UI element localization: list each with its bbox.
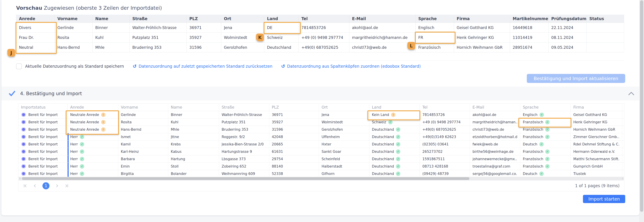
confirm-cell-sprache[interactable]: Deutsch✓ — [520, 170, 570, 178]
confirm-cell-firma[interactable]: Hermann Oderwald e.V. — [570, 148, 622, 155]
confirm-cell-ort[interactable]: Gifhorn — [319, 170, 369, 178]
confirm-cell-firma[interactable]: Zimmer Gierschner Gmb… — [570, 133, 622, 141]
confirm-cell-land[interactable]: Deutschland✓ — [369, 148, 420, 155]
confirm-cell-strasse[interactable]: Weihmannring 609 — [219, 170, 269, 178]
confirm-cell-name[interactable]: Mhle — [168, 126, 219, 133]
confirm-cell-strasse[interactable]: Lbsgasse 373 — [219, 155, 269, 163]
confirm-cell-tel[interactable]: 265273702 — [420, 148, 470, 155]
confirm-cell-anrede[interactable]: Neutrale Anredei — [68, 111, 118, 118]
confirm-cell-firma[interactable]: Gumprich GmbH — [570, 163, 622, 170]
confirm-col-header-land[interactable]: Land — [369, 104, 420, 111]
confirm-cell-anrede[interactable]: Herr✓ — [68, 155, 118, 163]
confirm-cell-strasse[interactable]: Bruderring 353 — [219, 126, 269, 133]
confirm-cell-vorname[interactable]: Birgitta — [118, 170, 168, 178]
confirm-cell-anrede[interactable]: Herr✓ — [68, 170, 118, 178]
confirm-cell-importstatus[interactable]: Bereit für Import — [18, 163, 68, 170]
confirm-cell-sprache[interactable]: Englisch✓ — [520, 111, 570, 118]
confirm-cell-name[interactable]: Jttne — [168, 133, 219, 141]
confirm-cell-name[interactable]: Hartung — [168, 155, 219, 163]
confirm-cell-firma[interactable]: Matthi Scheuermann Stift… — [570, 155, 622, 163]
confirm-cell-vorname[interactable]: Hans-Bernd — [118, 126, 168, 133]
confirm-cell-ort[interactable]: Hxter — [319, 141, 369, 148]
confirm-cell-tel[interactable]: 7814853726 — [420, 111, 470, 118]
confirm-cell-anrede[interactable]: Neutrale Anredei — [68, 126, 118, 133]
confirm-col-header-plz[interactable]: PLZ — [269, 104, 319, 111]
save-mapping-checkbox[interactable] — [16, 63, 22, 69]
start-import-button[interactable]: Import starten — [583, 195, 625, 203]
confirm-cell-email[interactable]: fwiek@web.de — [470, 141, 520, 148]
confirm-cell-land[interactable]: Deutschland✓ — [369, 170, 420, 178]
scroll-right-arrow-icon[interactable]: › — [622, 177, 623, 180]
confirm-cell-name[interactable]: Binner — [168, 111, 219, 118]
confirm-col-header-name[interactable]: Name — [168, 104, 219, 111]
confirm-cell-plz[interactable]: 29754 — [269, 155, 319, 163]
confirm-cell-email[interactable]: etzoldthorben@hotmail.de — [470, 133, 520, 141]
confirm-col-header-vorname[interactable]: Vorname — [118, 104, 168, 111]
confirm-cell-strasse[interactable]: Hartungstrasse 9 — [219, 148, 269, 155]
confirm-cell-email[interactable]: akohl@aol.de — [470, 111, 520, 118]
confirm-cell-vorname[interactable]: Barbara — [118, 155, 168, 163]
confirm-cell-ort[interactable]: Wolmirstedt — [319, 118, 369, 126]
confirm-cell-vorname[interactable]: Rosita — [118, 118, 168, 126]
confirm-cell-firma[interactable]: Hornich Weihmann GbR — [570, 126, 622, 133]
scroll-left-arrow-icon[interactable]: ‹ — [19, 177, 21, 180]
confirm-cell-email[interactable]: johannewernecke@gmx.… — [470, 155, 520, 163]
confirm-cell-name[interactable]: Krebs — [168, 141, 219, 148]
confirm-cell-tel[interactable]: +49(0)3149 62623 — [420, 133, 470, 141]
confirm-cell-importstatus[interactable]: Bereit für Import — [18, 155, 68, 163]
confirm-cell-importstatus[interactable]: Bereit für Import — [18, 118, 68, 126]
confirm-cell-land[interactable]: Deutschland✓ — [369, 141, 420, 148]
update-confirmation-button[interactable]: Bestätigung und Import aktualisieren — [527, 74, 625, 83]
confirm-cell-vorname[interactable]: Karl-Heinz — [118, 148, 168, 155]
confirm-cell-ort[interactable]: Uffenheim — [319, 133, 369, 141]
horizontal-scrollbar[interactable]: ‹ › — [18, 177, 624, 181]
confirm-cell-vorname[interactable]: Emin — [118, 163, 168, 170]
confirm-cell-email[interactable]: birthe56@weinhage.de — [470, 148, 520, 155]
confirm-cell-firma[interactable]: Geisel Gotthard KG — [570, 111, 622, 118]
confirm-cell-plz[interactable]: 42048 — [269, 133, 319, 141]
confirm-col-header-ort[interactable]: Ort — [319, 104, 369, 111]
confirm-cell-sprache[interactable]: Deutsch✓ — [520, 141, 570, 148]
confirm-col-header-email[interactable]: E-Mail — [470, 104, 520, 111]
confirm-cell-plz[interactable]: 61631 — [269, 148, 319, 155]
confirm-cell-ort[interactable]: Scheinfeld — [319, 155, 369, 163]
confirm-col-header-anrede[interactable]: Anrede — [68, 104, 118, 111]
confirm-cell-ort[interactable]: Jena — [319, 111, 369, 118]
confirm-col-header-importstatus[interactable]: Importstatus — [18, 104, 68, 111]
confirm-col-header-strasse[interactable]: Straße — [219, 104, 269, 111]
confirm-cell-name[interactable]: Kabus — [168, 148, 219, 155]
confirm-cell-strasse[interactable]: Walter-Fröhlich-Strasse — [219, 111, 269, 118]
map-from-headers-link[interactable]: ↺ Datenzuordnung aus Spaltenköpfen zuord… — [281, 64, 420, 69]
confirm-cell-importstatus[interactable]: Bereit für Import — [18, 141, 68, 148]
previous-page-button[interactable] — [33, 184, 37, 188]
confirm-cell-tel[interactable]: +49 (0) 9498 297774 — [420, 118, 470, 126]
confirm-cell-firma[interactable]: Tlustek — [570, 170, 622, 178]
confirm-cell-importstatus[interactable]: Bereit für Import — [18, 133, 68, 141]
confirm-cell-land[interactable]: Kein Landi — [369, 111, 420, 118]
confirm-cell-plz[interactable]: 31596 — [269, 126, 319, 133]
confirm-cell-plz[interactable]: 35927 — [269, 118, 319, 126]
confirm-cell-firma[interactable]: Rdel Dehmel Stiftung & C… — [570, 141, 622, 148]
confirm-cell-sprache[interactable]: Französisch✓ — [520, 163, 570, 170]
confirm-cell-plz[interactable]: 88140 — [269, 163, 319, 170]
confirm-cell-importstatus[interactable]: Bereit für Import — [18, 126, 68, 133]
confirm-cell-tel[interactable]: 08713 428168 — [420, 163, 470, 170]
confirm-cell-email[interactable]: margritheidrich@haman… — [470, 118, 520, 126]
confirm-cell-sprache[interactable]: Französisch✓ — [520, 148, 570, 155]
confirm-cell-vorname[interactable]: Kamil — [118, 141, 168, 148]
confirm-cell-email[interactable]: troestalina@graf.com — [470, 163, 520, 170]
confirm-cell-land[interactable]: Deutschland✓ — [369, 133, 420, 141]
confirm-cell-land[interactable]: Deutschland✓ — [369, 155, 420, 163]
confirm-cell-ort[interactable]: Gerolzhofen — [319, 126, 369, 133]
confirm-cell-land[interactable]: Deutschland✓ — [369, 126, 420, 133]
vertical-scrollbar-thumb[interactable] — [640, 0, 643, 212]
confirm-cell-name[interactable]: Kuhl — [168, 118, 219, 126]
confirm-cell-tel[interactable]: 1591867511 — [420, 155, 470, 163]
confirm-cell-importstatus[interactable]: Bereit für Import — [18, 148, 68, 155]
confirm-cell-sprache[interactable]: Französisch✓ — [520, 155, 570, 163]
confirm-cell-ort[interactable]: Halberstadt — [319, 163, 369, 170]
confirm-cell-strasse[interactable]: Roggestr. 9/2 — [219, 133, 269, 141]
confirm-cell-anrede[interactable]: Herr✓ — [68, 163, 118, 170]
confirm-cell-email[interactable]: christl73@web.de — [470, 126, 520, 133]
confirm-cell-name[interactable]: Stoll — [168, 163, 219, 170]
